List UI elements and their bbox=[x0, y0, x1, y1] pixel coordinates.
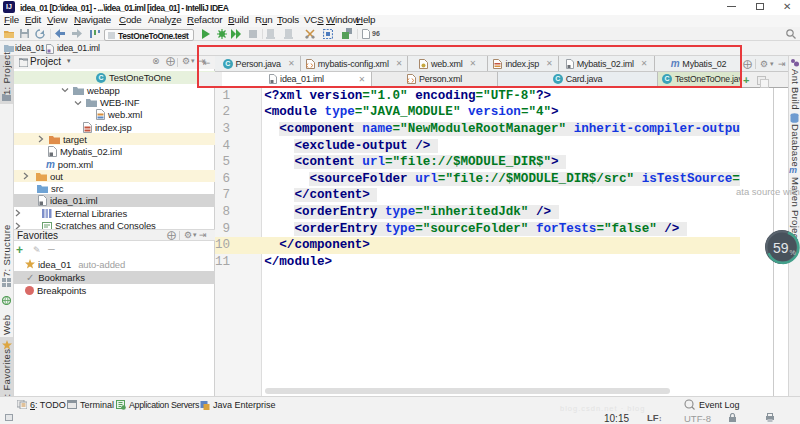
svg-text:59: 59 bbox=[773, 240, 789, 256]
svg-text:%: % bbox=[790, 249, 796, 256]
